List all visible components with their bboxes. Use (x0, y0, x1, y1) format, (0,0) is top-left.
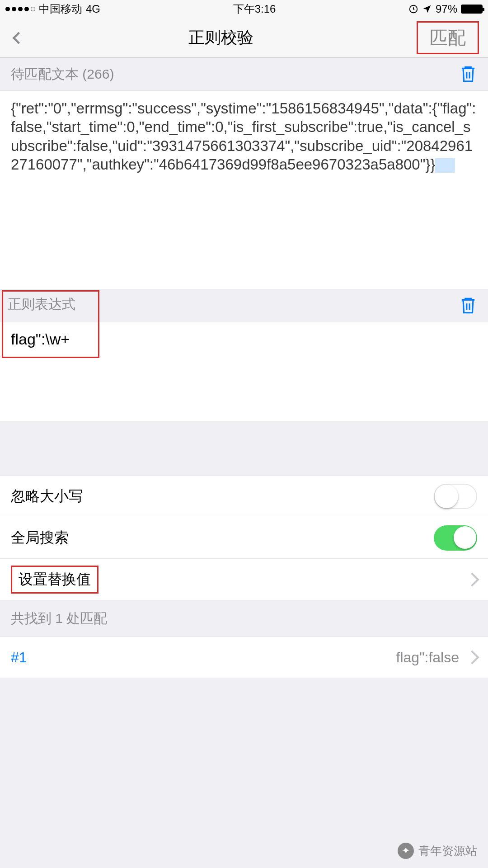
network-label: 4G (86, 3, 100, 15)
regex-section-header: 正则表达式 . (0, 289, 488, 322)
signal-dots-icon (5, 7, 35, 11)
status-right: 97% (408, 3, 483, 15)
status-left: 中国移动 4G (5, 2, 100, 16)
wechat-icon: ✦ (398, 843, 414, 859)
regex-header-label: 正则表达式 (8, 295, 75, 314)
back-button[interactable] (9, 30, 25, 46)
global-search-label: 全局搜索 (11, 528, 69, 548)
chevron-right-icon (465, 572, 479, 586)
match-button[interactable]: 匹配 (417, 21, 479, 54)
ignore-case-toggle[interactable] (434, 484, 477, 509)
ignore-case-label: 忽略大小写 (11, 486, 83, 506)
regex-pattern-text: flag":\w+ (11, 330, 70, 348)
regex-input[interactable]: flag":\w+ (0, 322, 488, 421)
input-header-label: 待匹配文本 (266) (11, 65, 114, 84)
location-icon (422, 4, 432, 14)
clear-regex-button[interactable] (459, 296, 477, 316)
clock-label: 下午3:16 (233, 2, 276, 16)
watermark-text: 青年资源站 (418, 843, 477, 859)
carrier-label: 中国移动 (39, 2, 82, 16)
global-search-row: 全局搜索 (0, 517, 488, 559)
battery-pct: 97% (436, 3, 457, 15)
status-bar: 中国移动 4G 下午3:16 97% (0, 0, 488, 18)
rotation-lock-icon (408, 4, 418, 14)
battery-icon (461, 5, 483, 14)
results-header-label: 共找到 1 处匹配 (11, 609, 107, 628)
replace-value-row[interactable]: 设置替换值 (0, 559, 488, 600)
text-selection-icon (435, 158, 455, 173)
input-text-content: {"ret":"0","errmsg":"success","systime":… (11, 100, 476, 173)
replace-label: 设置替换值 (19, 571, 91, 587)
input-section-header: 待匹配文本 (266) (0, 58, 488, 90)
ignore-case-row: 忽略大小写 (0, 476, 488, 517)
global-search-toggle[interactable] (434, 525, 477, 551)
page-title: 正则校验 (25, 27, 417, 49)
input-text-area[interactable]: {"ret":"0","errmsg":"success","systime":… (0, 90, 488, 289)
replace-label-highlight: 设置替换值 (11, 566, 99, 594)
chevron-right-icon (465, 650, 479, 664)
watermark: ✦ 青年资源站 (398, 843, 477, 859)
nav-bar: 正则校验 匹配 (0, 18, 488, 58)
results-header: 共找到 1 处匹配 (0, 600, 488, 637)
result-value: flag":false (396, 649, 459, 666)
spacer (0, 421, 488, 476)
clear-input-button[interactable] (459, 64, 477, 84)
result-index: #1 (11, 649, 27, 666)
result-row[interactable]: #1 flag":false (0, 637, 488, 678)
